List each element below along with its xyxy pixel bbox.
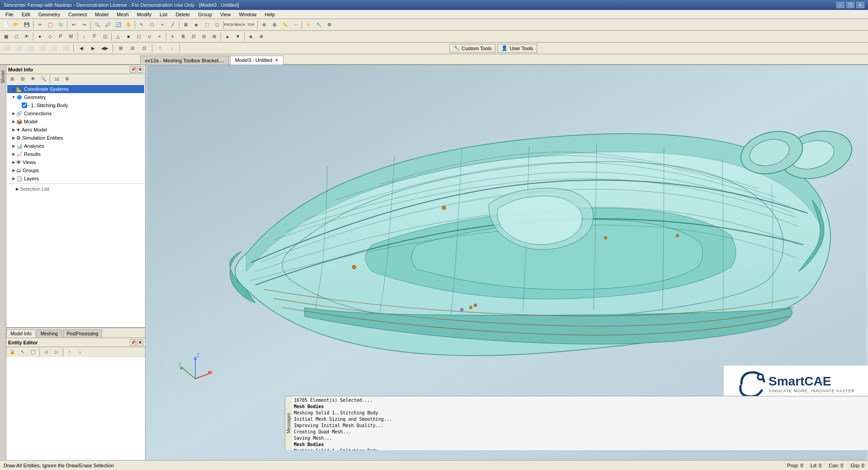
menu-edit[interactable]: Edit [18, 11, 34, 18]
menu-help[interactable]: Help [261, 11, 279, 18]
tb3-btn6[interactable]: ⬜ [61, 43, 71, 53]
aero-expand[interactable]: ▶ [11, 127, 16, 132]
mi-collapse-all[interactable]: ⊟ [18, 74, 28, 84]
entity-close-btn[interactable]: ✕ [137, 339, 143, 346]
views-expand[interactable]: ▶ [11, 160, 16, 164]
model-expand[interactable]: ▶ [11, 119, 16, 124]
tb-paste[interactable]: 📎 [56, 20, 66, 30]
tb-rotate[interactable]: 🔄 [113, 20, 123, 30]
analyses-expand[interactable]: ▶ [11, 144, 16, 148]
mi-num[interactable]: :12 [52, 74, 61, 84]
conn-expand[interactable]: ▶ [11, 111, 16, 116]
ent-up[interactable]: ↑ [65, 347, 75, 357]
tb-cmd3[interactable]: ⚙ [324, 20, 334, 30]
tb-new[interactable]: 📄 [1, 20, 11, 30]
tb-cmd1[interactable]: ⚡ [303, 20, 313, 30]
tb-snap[interactable]: ⊕ [259, 20, 269, 30]
close-btn[interactable]: ✕ [856, 2, 864, 8]
tab-model3[interactable]: Model3 : Untitled ✕ [230, 56, 284, 65]
user-tools-button[interactable]: 👤 User Tools [497, 44, 537, 53]
tb2-solid[interactable]: ■ [123, 32, 133, 42]
tb2-curve[interactable]: ∪ [144, 32, 154, 42]
tb2-down[interactable]: ▼ [233, 32, 243, 42]
groups-expand[interactable]: ▶ [11, 168, 16, 173]
tree-item-connections[interactable]: ▶ 🔗 Connections [7, 109, 144, 118]
tb-hidden[interactable]: ◻ [212, 20, 222, 30]
tb-line[interactable]: ╱ [168, 20, 178, 30]
tree-item-aero[interactable]: ▶ ✈ Aero Model [7, 126, 144, 134]
tb3-sel2[interactable]: ▶ [88, 43, 98, 53]
geo-expand[interactable]: ▼ [11, 95, 16, 99]
stitching-checkbox[interactable] [22, 103, 27, 108]
tb3-sel1[interactable]: ◀ [76, 43, 86, 53]
tb2-geom[interactable]: △ [113, 32, 123, 42]
tree-item-model[interactable]: ▶ 📦 Model [7, 118, 144, 126]
menu-geometry[interactable]: Geometry [35, 11, 64, 18]
ent-arr1[interactable]: ◁ [41, 347, 51, 357]
menu-delete[interactable]: Delete [172, 11, 193, 18]
tb-redo[interactable]: ↪ [79, 20, 89, 30]
tb-open[interactable]: 📂 [11, 20, 21, 30]
selection-expand[interactable]: ▶ [14, 187, 20, 191]
tb-save[interactable]: 💾 [22, 20, 32, 30]
tb3-grid1[interactable]: ⊞ [116, 43, 126, 53]
custom-tools-button[interactable]: 🔧 Custom Tools [449, 44, 495, 53]
selection-list-item[interactable]: ▶ Selection List [7, 185, 144, 193]
tree-item-layers[interactable]: ▶ 📋 Layers [7, 174, 144, 183]
tb2-opt1[interactable]: ≡ [168, 32, 178, 42]
panel-pin-btn[interactable]: 📌 [130, 66, 136, 73]
tb2-groups[interactable]: ⬡ [11, 32, 21, 42]
tree-item-sim[interactable]: ▶ ⚙ Simulation Entities [7, 134, 144, 142]
restore-btn[interactable]: ❐ [846, 2, 854, 8]
tb2-property[interactable]: P [56, 32, 66, 42]
menu-file[interactable]: File [2, 11, 17, 18]
ent-select[interactable]: ↖ [18, 347, 28, 357]
tb-wireframe[interactable]: ⬚ [202, 20, 212, 30]
menu-window[interactable]: Window [235, 11, 260, 18]
layers-expand[interactable]: ▶ [11, 176, 16, 181]
mi-filter[interactable]: 🔍 [38, 74, 48, 84]
ent-arr2[interactable]: ▷ [52, 347, 61, 357]
tb-mesh[interactable]: ⬡ [147, 20, 157, 30]
tb-point[interactable]: • [157, 20, 167, 30]
tb-measure[interactable]: 📏 [280, 20, 290, 30]
menu-mesh[interactable]: Mesh [113, 11, 132, 18]
tb-copy[interactable]: 📋 [45, 20, 55, 30]
tb3-btn3[interactable]: ⬜ [25, 43, 35, 53]
ent-down[interactable]: ↓ [75, 347, 85, 357]
tb2-extra1[interactable]: ◈ [246, 32, 256, 42]
tb2-up[interactable]: ▲ [222, 32, 232, 42]
tb2-opt4[interactable]: ⊟ [199, 32, 209, 42]
ent-copy[interactable]: 📋 [28, 347, 38, 357]
menu-list[interactable]: List [156, 11, 171, 18]
tb-zoom-out[interactable]: 🔎 [103, 20, 113, 30]
tb2-load[interactable]: F [90, 32, 99, 42]
tb2-opt5[interactable]: ⊞ [209, 32, 219, 42]
tb2-constraint[interactable]: ◫ [100, 32, 110, 42]
tb2-extra2[interactable]: ⊗ [256, 32, 266, 42]
tree-item-stitching[interactable]: ▪ 1..Stitching Body [7, 101, 144, 109]
tb-zoom-in[interactable]: 🔍 [92, 20, 102, 30]
tree-item-analyses[interactable]: ▶ 📊 Analyses [7, 142, 144, 150]
tab-ex12a[interactable]: ex12a - Meshing Toolbox Bracket.... [140, 56, 229, 65]
tree-item-geometry[interactable]: ▼ 🔷 Geometry [7, 93, 144, 101]
tb2-bc[interactable]: ↓ [79, 32, 89, 42]
ent-lock[interactable]: 🔒 [7, 347, 17, 357]
tb2-layers[interactable]: ▦ [1, 32, 11, 42]
tb-select[interactable]: ↖ [137, 20, 146, 30]
tb2-opt3[interactable]: ⊡ [189, 32, 198, 42]
tb2-node[interactable]: ● [35, 32, 45, 42]
results-expand[interactable]: ▶ [11, 152, 16, 156]
tb-top[interactable]: TOP [246, 20, 256, 30]
tree-item-views[interactable]: ▶ 👁 Views [7, 158, 144, 166]
mi-extra[interactable]: ⚙ [62, 74, 72, 84]
sim-expand[interactable]: ▶ [11, 136, 16, 140]
viewport[interactable]: Z Y X SmartCAE S [146, 65, 868, 460]
tb2-views[interactable]: 👁 [22, 32, 32, 42]
tb3-sel3[interactable]: ◀▶ [100, 43, 110, 53]
tb3-btn5[interactable]: ⬜ [49, 43, 59, 53]
tb-pan[interactable]: ✋ [123, 20, 133, 30]
entity-pin-btn[interactable]: 📌 [130, 339, 136, 346]
tb-undo[interactable]: ↩ [69, 20, 79, 30]
tb2-element[interactable]: ◇ [45, 32, 55, 42]
